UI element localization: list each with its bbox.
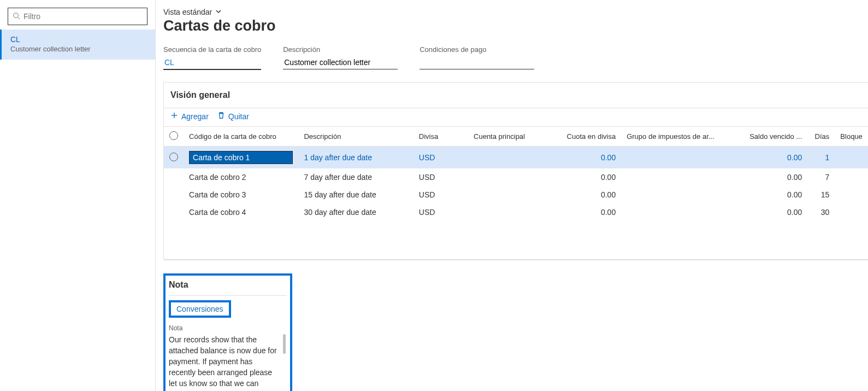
desc-cell[interactable]: 1 day after due date <box>298 147 413 169</box>
trash-icon <box>217 112 225 121</box>
view-label: Vista estándar <box>163 8 212 16</box>
block-cell[interactable] <box>835 168 868 186</box>
account-cell[interactable] <box>468 168 561 186</box>
svg-point-0 <box>14 13 19 17</box>
fee-cell[interactable]: 0.00 <box>561 147 621 169</box>
field-description: Descripción <box>283 45 398 70</box>
sidebar-item-code: CL <box>10 35 146 44</box>
desc-cell[interactable]: 15 day after due date <box>298 186 413 203</box>
days-cell[interactable]: 1 <box>807 147 835 169</box>
remove-button[interactable]: Quitar <box>217 112 249 121</box>
chevron-down-icon <box>215 8 222 16</box>
row-radio[interactable] <box>169 153 178 161</box>
grid-header-select[interactable] <box>164 127 184 147</box>
grid-header-code[interactable]: Código de la carta de cobro <box>184 127 298 147</box>
svg-line-1 <box>18 17 20 19</box>
days-cell[interactable]: 15 <box>807 186 835 203</box>
overview-panel: Visión general Agregar Quitar <box>163 82 868 260</box>
left-sidebar: CL Customer collection letter <box>0 0 156 391</box>
page-title: Cartas de cobro <box>163 17 868 34</box>
conversions-button[interactable]: Conversiones <box>169 300 231 318</box>
main-area: Vista estándar Cartas de cobro Secuencia… <box>156 0 868 391</box>
field-sequence-label: Secuencia de la carta de cobro <box>163 45 261 54</box>
grid-header-desc[interactable]: Descripción <box>298 127 413 147</box>
grid-row[interactable]: Carta de cobro 2 7 day after due date US… <box>164 168 868 186</box>
account-cell[interactable] <box>468 147 561 169</box>
grid-header-account[interactable]: Cuenta principal <box>468 127 561 147</box>
grid-header-days[interactable]: Días <box>807 127 835 147</box>
account-cell[interactable] <box>468 203 561 221</box>
plus-icon <box>170 112 178 121</box>
fee-cell[interactable]: 0.00 <box>561 203 621 221</box>
remove-label: Quitar <box>228 112 249 121</box>
account-cell[interactable] <box>468 186 561 203</box>
note-text[interactable]: Our records show that the attached balan… <box>169 334 287 389</box>
field-description-input[interactable] <box>283 56 398 69</box>
desc-cell[interactable]: 7 day after due date <box>298 168 413 186</box>
field-payterms: Condiciones de pago <box>420 45 534 70</box>
filter-input-wrap[interactable] <box>8 8 147 25</box>
note-field-label: Nota <box>169 324 287 332</box>
note-panel: Nota Conversiones Nota Our records show … <box>163 273 292 391</box>
add-label: Agregar <box>181 112 209 121</box>
grid-header-row: Código de la carta de cobro Descripción … <box>164 127 868 147</box>
field-payterms-input[interactable] <box>420 56 534 69</box>
fee-cell[interactable]: 0.00 <box>561 168 621 186</box>
grid-header-currency[interactable]: Divisa <box>414 127 468 147</box>
field-sequence-input[interactable] <box>163 56 261 70</box>
tax-cell[interactable] <box>621 147 720 169</box>
add-button[interactable]: Agregar <box>170 112 209 121</box>
grid-row[interactable]: Carta de cobro 3 15 day after due date U… <box>164 186 868 203</box>
view-selector[interactable]: Vista estándar <box>163 8 868 16</box>
block-cell[interactable] <box>835 203 868 221</box>
field-description-label: Descripción <box>283 45 398 54</box>
grid-header-balance[interactable]: Saldo vencido ... <box>720 127 807 147</box>
desc-cell[interactable]: 30 day after due date <box>298 203 413 221</box>
tax-cell[interactable] <box>621 186 720 203</box>
filter-input[interactable] <box>23 12 143 21</box>
balance-cell[interactable]: 0.00 <box>720 147 807 169</box>
fee-cell[interactable]: 0.00 <box>561 186 621 203</box>
select-all-radio[interactable] <box>169 131 178 140</box>
collection-letters-grid: Código de la carta de cobro Descripción … <box>164 127 868 259</box>
grid-row[interactable]: Carta de cobro 1 1 day after due date US… <box>164 147 868 169</box>
block-cell[interactable] <box>835 147 868 169</box>
balance-cell[interactable]: 0.00 <box>720 186 807 203</box>
filter-icon <box>13 12 20 21</box>
note-section-title: Nota <box>169 280 287 296</box>
grid-header-fee[interactable]: Cuota en divisa <box>561 127 621 147</box>
code-cell[interactable]: Carta de cobro 3 <box>184 186 298 203</box>
sidebar-item-cl[interactable]: CL Customer collection letter <box>0 30 155 60</box>
grid-toolbar: Agregar Quitar <box>164 108 868 127</box>
header-form: Secuencia de la carta de cobro Descripci… <box>163 45 868 70</box>
sidebar-item-desc: Customer collection letter <box>10 45 146 53</box>
field-sequence: Secuencia de la carta de cobro <box>163 45 261 70</box>
balance-cell[interactable]: 0.00 <box>720 203 807 221</box>
grid-row[interactable]: Carta de cobro 4 30 day after due date U… <box>164 203 868 221</box>
grid-header-tax[interactable]: Grupo de impuestos de ar... <box>621 127 720 147</box>
balance-cell[interactable]: 0.00 <box>720 168 807 186</box>
field-payterms-label: Condiciones de pago <box>420 45 534 54</box>
days-cell[interactable]: 30 <box>807 203 835 221</box>
note-textarea[interactable]: Our records show that the attached balan… <box>169 334 287 389</box>
code-cell[interactable]: Carta de cobro 2 <box>184 168 298 186</box>
currency-cell[interactable]: USD <box>414 168 468 186</box>
days-cell[interactable]: 7 <box>807 168 835 186</box>
tax-cell[interactable] <box>621 168 720 186</box>
grid-header-block[interactable]: Bloque <box>835 127 868 147</box>
currency-cell[interactable]: USD <box>414 147 468 169</box>
overview-title: Visión general <box>164 83 868 108</box>
code-cell[interactable]: Carta de cobro 4 <box>184 203 298 221</box>
scrollbar-thumb[interactable] <box>283 334 286 354</box>
block-cell[interactable] <box>835 186 868 203</box>
currency-cell[interactable]: USD <box>414 203 468 221</box>
code-cell-editing[interactable]: Carta de cobro 1 <box>189 151 293 164</box>
tax-cell[interactable] <box>621 203 720 221</box>
currency-cell[interactable]: USD <box>414 186 468 203</box>
